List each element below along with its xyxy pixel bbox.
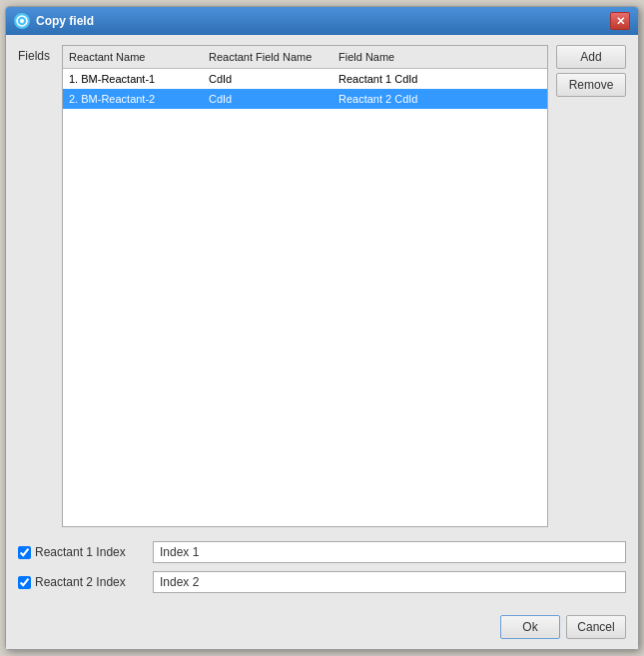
cell-field-name-1: Reactant 1 CdId bbox=[332, 71, 547, 87]
index-section: Reactant 1 Index Reactant 2 Index bbox=[18, 537, 626, 597]
title-bar: Copy field ✕ bbox=[6, 7, 638, 35]
reactant2-checkbox-wrapper: Reactant 2 Index bbox=[18, 575, 145, 589]
table-row[interactable]: 2. BM-Reactant-2 CdId Reactant 2 CdId bbox=[63, 89, 547, 109]
cell-reactant-field-2: CdId bbox=[203, 91, 332, 107]
cell-reactant-name-1: 1. BM-Reactant-1 bbox=[63, 71, 203, 87]
reactant2-index-label: Reactant 2 Index bbox=[35, 575, 145, 589]
cell-field-name-2: Reactant 2 CdId bbox=[332, 91, 547, 107]
reactant1-index-checkbox[interactable] bbox=[18, 546, 31, 559]
dialog-body: Fields Reactant Name Reactant Field Name… bbox=[6, 35, 638, 607]
column-header-reactant-name: Reactant Name bbox=[63, 49, 203, 65]
svg-point-1 bbox=[20, 19, 24, 23]
close-button[interactable]: ✕ bbox=[610, 12, 630, 30]
reactant1-checkbox-wrapper: Reactant 1 Index bbox=[18, 545, 145, 559]
dialog-icon bbox=[14, 13, 30, 29]
column-header-reactant-field-name: Reactant Field Name bbox=[203, 49, 332, 65]
reactant1-index-input[interactable] bbox=[153, 541, 626, 563]
table-row[interactable]: 1. BM-Reactant-1 CdId Reactant 1 CdId bbox=[63, 69, 547, 89]
add-button[interactable]: Add bbox=[556, 45, 626, 69]
fields-label: Fields bbox=[18, 49, 54, 527]
copy-field-dialog: Copy field ✕ Fields Reactant Name Reacta… bbox=[5, 6, 639, 650]
side-buttons: Add Remove bbox=[556, 45, 626, 527]
fields-table-container: Reactant Name Reactant Field Name Field … bbox=[62, 45, 548, 527]
reactant2-index-input[interactable] bbox=[153, 571, 626, 593]
dialog-footer: Ok Cancel bbox=[6, 607, 638, 649]
reactant2-index-checkbox[interactable] bbox=[18, 576, 31, 589]
reactant1-index-row: Reactant 1 Index bbox=[18, 541, 626, 563]
ok-button[interactable]: Ok bbox=[500, 615, 560, 639]
column-header-field-name: Field Name bbox=[332, 49, 547, 65]
table-body: 1. BM-Reactant-1 CdId Reactant 1 CdId 2.… bbox=[63, 69, 547, 525]
fields-main: Reactant Name Reactant Field Name Field … bbox=[62, 45, 626, 527]
title-bar-left: Copy field bbox=[14, 13, 94, 29]
reactant1-index-label: Reactant 1 Index bbox=[35, 545, 145, 559]
fields-section: Fields Reactant Name Reactant Field Name… bbox=[18, 45, 626, 527]
cell-reactant-field-1: CdId bbox=[203, 71, 332, 87]
reactant2-index-row: Reactant 2 Index bbox=[18, 571, 626, 593]
table-header: Reactant Name Reactant Field Name Field … bbox=[63, 46, 547, 69]
cell-reactant-name-2: 2. BM-Reactant-2 bbox=[63, 91, 203, 107]
remove-button[interactable]: Remove bbox=[556, 73, 626, 97]
cancel-button[interactable]: Cancel bbox=[566, 615, 626, 639]
dialog-title: Copy field bbox=[36, 14, 94, 28]
